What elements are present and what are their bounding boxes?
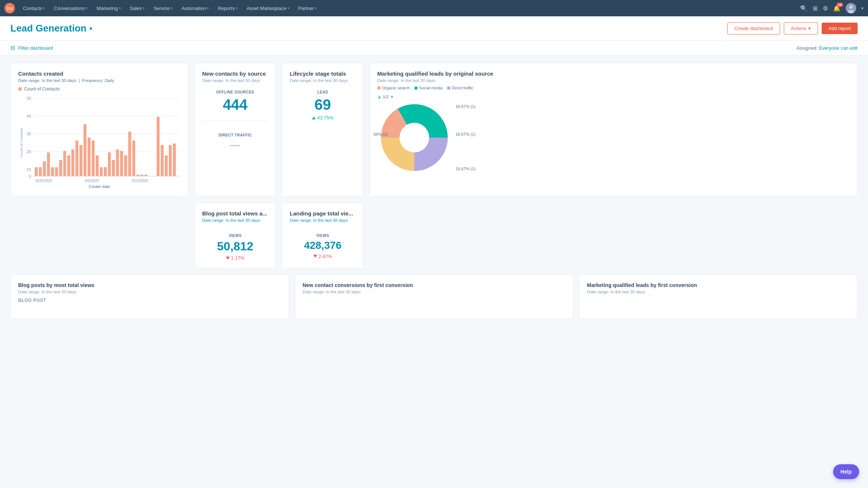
svg-rect-24	[59, 160, 62, 176]
lifecycle-stage-card: Lifecycle stage totals Date range: In th…	[282, 63, 364, 197]
svg-rect-36	[108, 152, 111, 176]
svg-text:50: 50	[27, 96, 31, 100]
landing-page-title: Landing page total vie...	[290, 210, 356, 217]
svg-text:8/26/2020: 8/26/2020	[36, 179, 53, 183]
triangle-down-nav-icon: ▼	[390, 95, 394, 99]
triangle-up-icon	[312, 116, 316, 119]
svg-rect-38	[116, 149, 119, 176]
bottom-mql-title: Marketing qualified leads by first conve…	[587, 282, 850, 288]
svg-rect-49	[161, 145, 164, 176]
svg-text:Count of Contacts: Count of Contacts	[19, 128, 23, 158]
sales-caret-icon: ▾	[143, 6, 145, 10]
lead-value: 69	[290, 96, 356, 113]
page-title[interactable]: Lead Generation ▾	[10, 23, 92, 34]
nav-item-automation[interactable]: Automation ▾	[178, 4, 213, 13]
conversations-caret-icon: ▾	[86, 6, 88, 10]
svg-rect-51	[169, 145, 172, 176]
settings-icon[interactable]: ⚙	[823, 5, 828, 12]
svg-rect-21	[47, 152, 50, 176]
svg-rect-43	[137, 175, 139, 176]
x-axis-label: Create date	[18, 184, 181, 189]
new-contacts-subtitle: Date range: In the last 30 days	[202, 78, 268, 83]
marketplace-icon[interactable]: ⊞	[813, 5, 818, 12]
nav-item-service[interactable]: Service ▾	[150, 4, 176, 13]
bottom-conversions-card: New contact conversions by first convers…	[295, 274, 573, 319]
partner-caret-icon: ▾	[315, 6, 317, 10]
top-navigation: hs Contacts ▾ Conversations ▾ Marketing …	[0, 0, 868, 16]
actions-caret-icon: ▾	[808, 26, 811, 31]
asset-marketplace-caret-icon: ▾	[287, 6, 289, 10]
lead-change: 43.75%	[290, 115, 356, 121]
mql-title: Marketing qualified leads by original so…	[377, 70, 850, 77]
reports-caret-icon: ▾	[236, 6, 238, 10]
legend-dot-contacts	[18, 87, 22, 91]
search-icon[interactable]: 🔍	[800, 5, 808, 12]
nav-item-contacts[interactable]: Contacts ▾	[19, 4, 49, 13]
blog-views-change: 1.17%	[202, 255, 268, 261]
svg-rect-33	[96, 155, 99, 176]
nav-item-reports[interactable]: Reports ▾	[214, 4, 241, 13]
nav-item-conversations[interactable]: Conversations ▾	[50, 4, 91, 13]
blog-post-subtitle: Date range: In the last 30 days	[202, 218, 268, 222]
notifications-icon[interactable]: 🔔 19	[833, 5, 841, 12]
svg-text:30: 30	[27, 132, 31, 136]
lifecycle-title: Lifecycle stage totals	[290, 70, 356, 77]
automation-caret-icon: ▾	[207, 6, 209, 10]
svg-rect-41	[128, 132, 131, 176]
user-avatar[interactable]	[846, 3, 856, 13]
pie-label-bottom-right: 16.67% (1)	[456, 166, 476, 171]
svg-text:9/15/2020: 9/15/2020	[132, 179, 148, 183]
legend-organic-search: Organic search	[377, 86, 410, 90]
marketing-caret-icon: ▾	[119, 6, 121, 10]
blog-post-views-card: Blog post total views a... Date range: I…	[194, 202, 276, 268]
svg-rect-44	[140, 175, 143, 176]
nav-item-asset-marketplace[interactable]: Asset Marketplace ▾	[243, 4, 293, 13]
svg-rect-32	[92, 141, 95, 176]
triangle-down-blog-icon	[226, 257, 230, 260]
nav-item-marketing[interactable]: Marketing ▾	[93, 4, 124, 13]
svg-text:10: 10	[27, 167, 31, 172]
direct-traffic-value: —	[202, 139, 268, 151]
svg-point-56	[400, 123, 429, 152]
assigned-value[interactable]: Everyone can edit	[819, 45, 858, 51]
svg-rect-28	[75, 141, 78, 176]
filter-icon: ⊟	[10, 44, 15, 51]
filter-dashboard-button[interactable]: ⊟ Filter dashboard	[10, 44, 53, 51]
landing-page-views-card: Landing page total vie... Date range: In…	[282, 202, 364, 268]
page-indicator: 1/2	[383, 95, 388, 99]
contacts-created-card: Contacts created Date range: In the last…	[10, 63, 188, 197]
svg-rect-42	[132, 141, 135, 176]
svg-rect-22	[51, 167, 54, 176]
svg-text:hs: hs	[7, 6, 13, 11]
user-menu-caret-icon[interactable]: ▾	[861, 6, 864, 11]
svg-rect-40	[124, 155, 127, 176]
lifecycle-subtitle: Date range: In the last 30 days	[290, 78, 356, 83]
nav-logo[interactable]: hs	[4, 3, 15, 13]
bottom-conversions-subtitle: Date range: In the last 30 days	[303, 290, 566, 294]
svg-rect-18	[35, 167, 38, 176]
bottom-blog-posts-card: Blog posts by most total views Date rang…	[10, 274, 289, 319]
add-report-button[interactable]: Add report	[822, 23, 858, 34]
bottom-blog-subtitle: Date range: In the last 30 days	[18, 290, 281, 294]
svg-rect-34	[100, 167, 103, 176]
svg-rect-30	[83, 124, 86, 176]
service-caret-icon: ▾	[171, 6, 172, 10]
blog-post-title: Blog post total views a...	[202, 210, 268, 217]
create-dashboard-button[interactable]: Create dashboard	[727, 22, 780, 34]
nav-item-partner[interactable]: Partner ▾	[295, 4, 321, 13]
svg-rect-27	[71, 149, 74, 176]
svg-text:9/5/2020: 9/5/2020	[85, 179, 99, 183]
nav-item-sales[interactable]: Sales ▾	[126, 4, 149, 13]
new-contacts-source-card: New contacts by source Date range: In th…	[194, 63, 276, 197]
filter-bar: ⊟ Filter dashboard Assigned: Everyone ca…	[0, 41, 868, 55]
svg-rect-31	[88, 138, 91, 176]
svg-rect-39	[120, 151, 123, 176]
dashboard-grid: Contacts created Date range: In the last…	[0, 55, 868, 326]
triangle-down-landing-icon	[313, 255, 317, 258]
legend-direct-traffic: Direct traffic	[447, 86, 473, 90]
svg-rect-52	[173, 144, 176, 176]
landing-page-subtitle: Date range: In the last 30 days	[290, 218, 356, 222]
bottom-mql-subtitle: Date range: In the last 30 days	[587, 290, 850, 294]
contacts-created-subtitle: Date range: In the last 30 days | Freque…	[18, 78, 181, 83]
actions-button[interactable]: Actions ▾	[784, 22, 818, 34]
